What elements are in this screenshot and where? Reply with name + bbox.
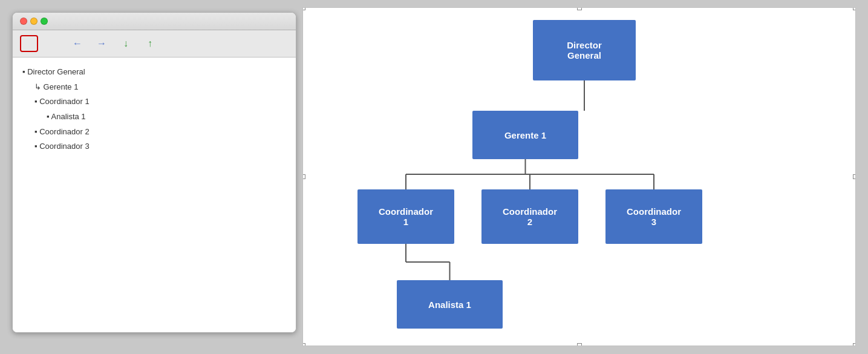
indent-left-button[interactable]: ←: [68, 35, 86, 52]
indent-right-button[interactable]: →: [93, 35, 111, 52]
tree-item[interactable]: ▪ Coordinador 1: [22, 94, 286, 110]
org-node-coord2[interactable]: Coordinador2: [481, 189, 578, 244]
org-node-gerente1[interactable]: Gerente 1: [472, 111, 578, 159]
tree-item[interactable]: ▪ Director General: [22, 65, 286, 80]
minimize-button[interactable]: [30, 18, 38, 25]
tree-item[interactable]: ▪ Analista 1: [22, 110, 286, 125]
org-node-analista1[interactable]: Analista 1: [397, 280, 503, 329]
tree-item[interactable]: ↳ Gerente 1: [22, 80, 286, 95]
tree-item[interactable]: ▪ Coordinador 3: [22, 139, 286, 154]
toolbar: ← → ↓ ↑: [13, 30, 296, 57]
close-button[interactable]: [20, 18, 27, 25]
traffic-lights: [20, 18, 48, 25]
move-down-button[interactable]: ↓: [117, 35, 135, 52]
chart-panel: ▶ DirectorGeneralGerente 1Coordinador1Co…: [302, 7, 856, 346]
org-chart: DirectorGeneralGerente 1Coordinador1Coor…: [303, 8, 855, 346]
org-node-coord3[interactable]: Coordinador3: [605, 189, 702, 244]
remove-button[interactable]: [44, 35, 62, 52]
org-node-director[interactable]: DirectorGeneral: [533, 20, 636, 80]
panel-titlebar: [13, 13, 296, 30]
tree-item[interactable]: ▪ Coordinador 2: [22, 125, 286, 140]
add-button[interactable]: [20, 35, 38, 52]
org-node-coord1[interactable]: Coordinador1: [357, 189, 454, 244]
move-up-button[interactable]: ↑: [141, 35, 159, 52]
maximize-button[interactable]: [41, 18, 48, 25]
text-area[interactable]: ▪ Director General↳ Gerente 1▪ Coordinad…: [13, 57, 296, 332]
smartart-panel: ← → ↓ ↑ ▪ Director General↳ Gerente 1▪ C…: [12, 12, 296, 333]
